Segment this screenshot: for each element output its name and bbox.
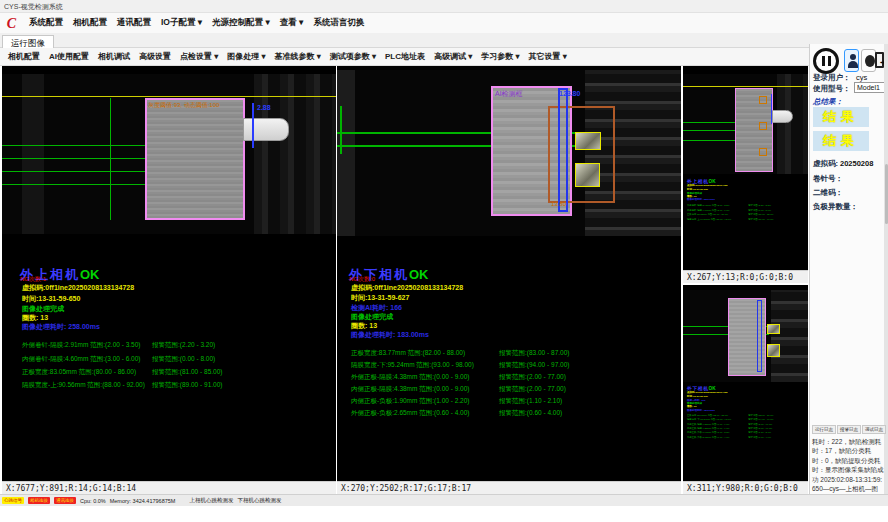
- baseline-yellow-line: [2, 96, 336, 97]
- virtual-code-label: 虚拟码:: [813, 159, 838, 169]
- ai-box-label: AI检测框: [495, 89, 523, 99]
- total-result-label: 总结果：: [813, 97, 843, 107]
- log-tab-strip: 运行日志 报警日志 调试日志: [812, 425, 886, 434]
- mid-camera-panel: AI检测框 123.80 13.80 外下相机OK NG次数:0 虚拟码:0ff…: [337, 66, 681, 494]
- roi-marker-1: [759, 96, 767, 104]
- left-camera-ok-status: OK: [80, 267, 100, 282]
- lower-camera-heartbeat-note: 下相机心跳检测发: [237, 497, 281, 504]
- baseline-yellow-line: [683, 86, 808, 87]
- tool-learn-params[interactable]: 学习参数 ▾: [481, 51, 519, 62]
- tool-camera-config[interactable]: 相机配置: [8, 51, 40, 62]
- mid-camera-statusbar: X:270;Y:2502;R:17;G:17;B:17: [337, 481, 681, 494]
- tool-advanced-settings[interactable]: 高级设置: [139, 51, 171, 62]
- log-tab-alarm[interactable]: 报警日志: [837, 425, 861, 434]
- tool-test-params[interactable]: 测试项参数 ▾: [330, 51, 376, 62]
- model-select[interactable]: Model1: [854, 82, 886, 93]
- pause-button[interactable]: [813, 48, 839, 74]
- thumb-top-statusbar: X:267;Y:13;R:0;G:0;B:0: [683, 270, 808, 283]
- defect-box-1: [575, 132, 601, 150]
- measure-row: 隔膜宽度-下:95.24mm 范围:(93.00 - 98.00)报警范围:(9…: [351, 361, 671, 370]
- cpu-usage: Cpu: 0.0%: [80, 498, 106, 504]
- tool-baseline-params[interactable]: 基准线参数 ▾: [275, 51, 321, 62]
- scrollbar-thumb[interactable]: [885, 164, 888, 224]
- tool-other-settings[interactable]: 其它设置 ▾: [529, 51, 567, 62]
- measure-row: 隔膜宽度-上:90.56mm 范围:(88.00 - 92.00)报警范围:(8…: [22, 381, 332, 390]
- pin-number-label: 卷针号：: [813, 174, 843, 184]
- left-process-elapsed: 图像处理耗时: 258.00ms: [22, 322, 100, 332]
- mid-virtual-code: 虚拟码:0ff1ine20250208133134728: [351, 283, 463, 293]
- mid-camera-textblock: 外下相机OK NG次数:0 虚拟码:0ff1ine202502081331347…: [337, 262, 681, 472]
- left-camera-image[interactable]: 灰度阈值:93, 动态阈值:100 2.88: [2, 74, 336, 234]
- pause-icon: [828, 56, 831, 66]
- menu-bar: C 系统配置 相机配置 通讯配置 IO子配置 ▾ 光源控制配置 ▾ 查看 ▾ 系…: [0, 13, 888, 33]
- thumb-bottom-panel[interactable]: 外下相机OK 虚拟码:0ff1ine20250208133134728 时间:1…: [683, 285, 808, 494]
- cell-roi: [145, 98, 245, 220]
- log-tab-debug[interactable]: 调试日志: [862, 425, 886, 434]
- thumb-bottom-statusbar: X:311;Y:980;R:0;G:0;B:0: [683, 481, 808, 494]
- user-icon: [850, 54, 856, 60]
- menu-language-switch[interactable]: 系统语言切换: [313, 17, 364, 29]
- left-camera-statusbar: X:7677;Y:891;R:14;G:14;B:14: [2, 481, 336, 494]
- menu-io-config[interactable]: IO子配置 ▾: [161, 17, 202, 29]
- thumb-bottom-image[interactable]: [683, 290, 808, 382]
- thumb-top-panel[interactable]: 外上相机OK 虚拟码:0ff1ine20250208133134728 时间:1…: [683, 66, 808, 283]
- menu-camera-config[interactable]: 相机配置: [73, 17, 107, 29]
- tab-run-image[interactable]: 运行图像: [2, 35, 54, 48]
- defect-box-2-mini: [767, 344, 780, 357]
- toolbar: 相机配置 AI使用配置 相机调试 高级设置 点检设置 ▾ 图像处理 ▾ 基准线参…: [0, 48, 888, 66]
- qr-code-label: 二维码：: [813, 188, 843, 198]
- tool-plc-table[interactable]: PLC地址表: [385, 51, 425, 62]
- anomaly-count-label: 负极异数量：: [813, 202, 858, 212]
- heartbeat-badge: 心跳信号: [2, 497, 24, 504]
- virtual-code-value: 20250208: [840, 159, 873, 168]
- window-title: CYS-视觉检测系统: [4, 3, 63, 10]
- log-tab-run[interactable]: 运行日志: [812, 425, 836, 434]
- tool-camera-debug[interactable]: 相机调试: [98, 51, 130, 62]
- thumb-top-image[interactable]: [683, 74, 808, 174]
- bottom-measure-value: 13.80: [551, 201, 566, 207]
- tool-image-process[interactable]: 图像处理 ▾: [227, 51, 265, 62]
- blue-roi-value: 123.80: [559, 90, 580, 97]
- machine-background: [777, 74, 808, 174]
- mid-camera-image[interactable]: AI检测框 123.80 13.80: [337, 70, 681, 236]
- thumb-top-textblock: 外上相机OK 虚拟码:0ff1ine20250208133134728 时间:1…: [687, 178, 806, 228]
- result-badge-lower: 结果: [813, 131, 869, 151]
- user-mode-button[interactable]: [844, 49, 859, 72]
- model-label: 使用型号：: [813, 84, 851, 94]
- cell-roi-mini: [735, 88, 773, 172]
- sidebar-scrollbar[interactable]: [884, 44, 888, 506]
- app-logo-icon: C: [4, 16, 19, 31]
- tab-connector: [243, 118, 289, 141]
- bottom-statusbar: 心跳信号 相机连接 通讯连接 Cpu: 0.0% Memory: 3424.41…: [0, 494, 888, 506]
- roi-marker-2: [759, 122, 767, 130]
- menu-light-config[interactable]: 光源控制配置 ▾: [212, 17, 270, 29]
- blue-measure-line: [252, 103, 254, 148]
- upper-camera-heartbeat-note: 上相机心跳检测发: [189, 497, 233, 504]
- tool-ai-config[interactable]: AI使用配置: [49, 51, 89, 62]
- green-vertical-line: [110, 98, 111, 220]
- machine-plates: [771, 290, 808, 382]
- measure-row: 内侧卷针-隔膜:4.60mm 范围:(3.00 - 6.00)报警范围:(0.0…: [22, 355, 332, 364]
- menu-view[interactable]: 查看 ▾: [280, 17, 304, 29]
- threshold-label: 灰度阈值:93, 动态阈值:100: [148, 101, 219, 110]
- camera-link-badge: 相机连接: [28, 497, 50, 504]
- measure-row: 正极宽度:83.77mm 范围:(82.00 - 88.00)报警范围:(83.…: [351, 349, 671, 358]
- tool-point-check[interactable]: 点检设置 ▾: [180, 51, 218, 62]
- left-time: 时间:13-31-59-650: [22, 294, 80, 304]
- blue-roi-box: [558, 88, 568, 212]
- defect-box-1-mini: [767, 324, 780, 334]
- blue-roi-box-mini: [757, 300, 762, 372]
- menu-system-config[interactable]: 系统配置: [29, 17, 63, 29]
- blue-measure-line-mini: [771, 94, 772, 124]
- blue-measure-value: 2.88: [257, 104, 271, 111]
- left-camera-textblock: 外上相机OK NG次数:1 虚拟码:0ff1ine202502081331347…: [2, 262, 336, 472]
- measure-row: 正极宽度:83.05mm 范围:(80.00 - 86.00)报警范围:(81.…: [22, 368, 332, 377]
- tool-advanced-debug[interactable]: 高级调试 ▾: [434, 51, 472, 62]
- measure-row: 外侧卷针-隔膜:2.91mm 范围:(2.00 - 3.50)报警范围:(2.2…: [22, 341, 332, 350]
- mid-camera-ok-status: OK: [409, 267, 429, 282]
- tab-connector-mini: [772, 110, 793, 123]
- mid-time: 时间:13-31-59-627: [351, 293, 409, 303]
- tab-strip: 运行图像: [0, 33, 888, 48]
- menu-comm-config[interactable]: 通讯配置: [117, 17, 151, 29]
- roi-marker-3: [759, 148, 767, 156]
